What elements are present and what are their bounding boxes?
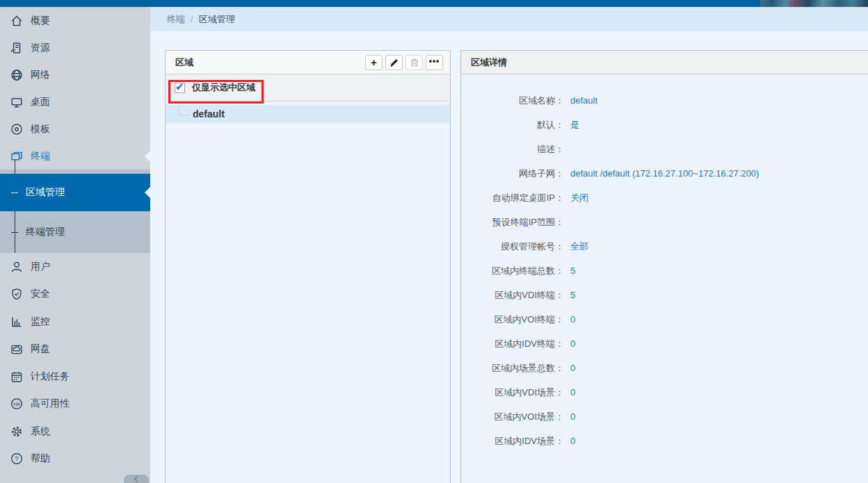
show-selected-only-checkbox[interactable]: ✔ xyxy=(175,83,185,93)
sidebar-subitem-label: 终端管理 xyxy=(26,226,65,238)
tree-item-default[interactable]: default xyxy=(166,105,450,123)
field-label: 默认： xyxy=(461,119,564,131)
area-panel-header: 区域 + ••• xyxy=(166,51,450,74)
field-value: 5 xyxy=(570,290,575,300)
sidebar-item-label: 系统 xyxy=(31,425,50,438)
sidebar-item-network[interactable]: 网络 xyxy=(0,61,150,88)
pencil-icon xyxy=(389,58,399,67)
field-row-auto-bind-ip: 自动绑定桌面IP：关闭 xyxy=(461,186,868,210)
field-row-area-name: 区域名称：default xyxy=(461,88,868,113)
details-panel-title: 区域详情 xyxy=(471,56,507,69)
active-section-notch xyxy=(145,151,150,162)
terminal-icon xyxy=(10,149,24,163)
sidebar-item-terminal[interactable]: 终端 xyxy=(0,142,150,170)
home-icon xyxy=(10,14,24,28)
sidebar-item-help[interactable]: ? 帮助 xyxy=(0,445,150,473)
field-row-admin-account: 授权管理帐号：全部 xyxy=(461,234,868,259)
sidebar-item-netdisk[interactable]: 网盘 xyxy=(0,336,150,363)
field-label: 区域内VDI场景： xyxy=(461,386,564,399)
sidebar-collapse-button[interactable] xyxy=(124,475,149,483)
shield-icon xyxy=(10,287,24,301)
field-value: 0 xyxy=(570,387,575,398)
area-panel-title: 区域 xyxy=(175,56,193,69)
field-label: 区域内VOI终端： xyxy=(461,313,564,326)
field-row-default: 默认：是 xyxy=(461,113,868,137)
field-label: 描述： xyxy=(461,143,564,156)
sidebar-item-overview[interactable]: 概要 xyxy=(0,7,150,34)
sidebar-item-scheduled-tasks[interactable]: 计划任务 xyxy=(0,363,150,391)
field-row-terminal-total: 区域内终端总数：5 xyxy=(461,259,868,283)
breadcrumb-parent[interactable]: 终端 xyxy=(167,13,185,26)
field-value: default xyxy=(570,95,597,106)
field-row-idv-scenes: 区域内IDV场景：0 xyxy=(461,429,868,453)
field-row-scene-total: 区域内场景总数：0 xyxy=(461,356,868,380)
field-label: 区域内IDV终端： xyxy=(461,338,564,350)
sidebar-item-system[interactable]: 系统 xyxy=(0,418,150,445)
calendar-icon xyxy=(10,370,24,384)
field-row-idv-terminals: 区域内IDV终端：0 xyxy=(461,331,868,356)
sidebar-subitem-terminal-management[interactable]: 终端管理 xyxy=(0,211,150,253)
field-label: 网络子网： xyxy=(461,167,564,180)
area-tree: default xyxy=(166,101,450,123)
sidebar-item-label: 资源 xyxy=(31,42,50,54)
sidebar-item-resources[interactable]: 资源 xyxy=(0,34,150,61)
field-row-subnet: 网络子网：default /default (172.16.27.100~172… xyxy=(461,161,868,186)
monitor-icon xyxy=(10,95,24,109)
field-row-vdi-terminals: 区域内VDI终端：5 xyxy=(461,283,868,307)
sidebar-item-label: 高可用性 xyxy=(31,398,70,410)
sidebar-item-users[interactable]: 用户 xyxy=(0,253,150,281)
edit-area-button[interactable] xyxy=(385,55,403,70)
svg-text:?: ? xyxy=(15,455,18,463)
field-label: 授权管理帐号： xyxy=(461,240,564,253)
field-label: 区域内VOI场景： xyxy=(461,411,564,423)
sidebar-item-label: 帮助 xyxy=(31,452,50,465)
field-label: 区域内场景总数： xyxy=(461,362,564,375)
sidebar-item-template[interactable]: 模板 xyxy=(0,115,150,142)
sidebar-item-desktop[interactable]: 桌面 xyxy=(0,88,150,115)
sidebar-item-label: 用户 xyxy=(31,261,50,273)
sidebar-item-label: 模板 xyxy=(31,123,50,136)
topbar xyxy=(0,0,868,7)
tree-item-label: default xyxy=(193,108,225,120)
more-actions-button[interactable]: ••• xyxy=(426,55,443,70)
field-row-voi-scenes: 区域内VOI场景：0 xyxy=(461,404,868,429)
filter-row: ✔ 仅显示选中区域 xyxy=(166,74,450,101)
delete-area-button[interactable] xyxy=(405,55,423,70)
check-icon: ✔ xyxy=(175,81,184,93)
field-label: 自动绑定桌面IP： xyxy=(461,192,564,204)
sidebar-subitem-label: 区域管理 xyxy=(26,186,65,199)
cloud-drive-icon xyxy=(10,342,24,356)
field-label: 区域内IDV场景： xyxy=(461,435,564,448)
sidebar-item-label: 概要 xyxy=(31,15,50,27)
sidebar-item-label: 终端 xyxy=(31,150,50,163)
field-row-voi-terminals: 区域内VOI终端：0 xyxy=(461,307,868,331)
field-row-ip-range: 预设终端IP范围： xyxy=(461,210,868,234)
plus-icon: + xyxy=(371,57,377,67)
sidebar-item-label: 网络 xyxy=(31,69,50,81)
add-area-button[interactable]: + xyxy=(365,55,383,70)
sidebar-secondary-group: 用户 安全 监控 网盘 计划任务 HA xyxy=(0,253,150,473)
sidebar-subitem-area-management[interactable]: 区域管理 xyxy=(0,174,150,211)
field-value: 0 xyxy=(570,338,575,349)
field-value: 0 xyxy=(570,436,575,446)
field-row-vdi-scenes: 区域内VDI场景：0 xyxy=(461,380,868,404)
disc-icon xyxy=(10,122,24,136)
question-circle-icon: ? xyxy=(10,452,24,466)
breadcrumb-current: 区域管理 xyxy=(199,13,235,26)
sidebar-item-high-availability[interactable]: HA 高可用性 xyxy=(0,391,150,418)
globe-icon xyxy=(10,68,24,82)
field-row-description: 描述： xyxy=(461,137,868,161)
sidebar-item-monitoring[interactable]: 监控 xyxy=(0,308,150,336)
gear-icon xyxy=(10,425,24,439)
field-value: 0 xyxy=(570,314,575,325)
sidebar-item-label: 计划任务 xyxy=(31,370,70,383)
sidebar: 概要 资源 网络 桌面 模板 终端 区域管理 xyxy=(0,7,150,483)
sidebar-item-security[interactable]: 安全 xyxy=(0,281,150,309)
field-label: 区域内VDI终端： xyxy=(461,289,564,302)
breadcrumb-separator: / xyxy=(191,14,193,24)
sidebar-item-label: 安全 xyxy=(31,288,50,300)
field-label: 区域内终端总数： xyxy=(461,265,564,277)
field-value: 全部 xyxy=(570,240,588,253)
bar-chart-icon xyxy=(10,315,24,329)
sidebar-item-label: 监控 xyxy=(31,316,50,328)
